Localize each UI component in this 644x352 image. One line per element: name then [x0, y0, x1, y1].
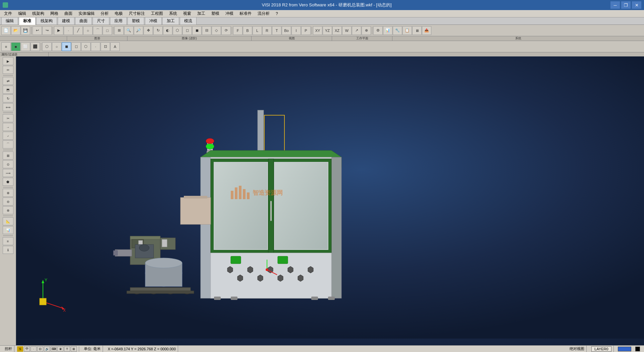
menu-file[interactable]: 文件	[1, 10, 15, 17]
btn-line[interactable]: ╱	[73, 26, 83, 35]
btn-shape-surface[interactable]: ◻	[71, 42, 81, 51]
sidebar-btn-cut[interactable]: ⊖	[3, 197, 13, 206]
sidebar-btn-prop[interactable]: ℹ	[3, 246, 13, 254]
tab-apply[interactable]: 应用	[110, 17, 127, 25]
sidebar-btn-extend[interactable]: →	[3, 123, 13, 131]
menu-help[interactable]: ?	[273, 11, 281, 16]
menu-electrode[interactable]: 电极	[112, 10, 125, 17]
menu-wireframe[interactable]: 线架构	[30, 10, 47, 17]
sidebar-btn-rotate[interactable]: ↻	[3, 94, 13, 102]
sidebar-btn-trim[interactable]: ✂	[3, 114, 13, 122]
sidebar-btn-fillet[interactable]: ⌒	[3, 140, 13, 148]
tab-standard[interactable]: 标准	[19, 17, 36, 25]
status-icon-1[interactable]: 中	[24, 346, 30, 352]
btn-wp1[interactable]: XY	[313, 26, 322, 35]
btn-filter2[interactable]: ⬛	[31, 42, 40, 51]
btn-shade[interactable]: ◐	[163, 26, 172, 35]
sidebar-btn-analysis[interactable]: 📊	[3, 226, 13, 234]
btn-sys5[interactable]: 🖥	[412, 26, 422, 35]
btn-zoom-out[interactable]: 🔎	[134, 26, 143, 35]
btn-circle[interactable]: ○	[83, 26, 93, 35]
btn-select[interactable]: ▶	[54, 26, 63, 35]
btn-section[interactable]: ⊟	[202, 26, 211, 35]
sidebar-btn-break[interactable]: ⌿	[3, 132, 13, 140]
status-icon-6[interactable]: 🖥	[57, 346, 63, 352]
menu-die[interactable]: 冲模	[223, 10, 236, 17]
status-color-box[interactable]	[618, 347, 631, 351]
sidebar-btn-boolean[interactable]: ⊕	[3, 189, 13, 197]
close-button[interactable]: ✕	[632, 1, 641, 9]
restore-button[interactable]: ❐	[621, 1, 631, 9]
tab-plastic-mold[interactable]: 塑模	[127, 17, 144, 25]
status-icon-s[interactable]: S	[17, 346, 23, 352]
menu-machining[interactable]: 加工	[195, 10, 208, 17]
menu-standard[interactable]: 标准件	[237, 10, 254, 17]
btn-perspective[interactable]: P	[301, 26, 311, 35]
btn-point[interactable]: ·	[64, 26, 73, 35]
btn-sys4[interactable]: 📋	[402, 26, 412, 35]
btn-wp4[interactable]: W	[342, 26, 352, 35]
menu-window[interactable]: 视窗	[180, 10, 194, 17]
btn-shape-wire[interactable]: ⬡	[81, 42, 91, 51]
sidebar-btn-select[interactable]: ▶	[3, 57, 13, 65]
btn-sys2[interactable]: 📊	[383, 26, 392, 35]
btn-wp2[interactable]: YZ	[323, 26, 332, 35]
btn-rect[interactable]: □	[103, 26, 112, 35]
sidebar-btn-extrude[interactable]: ⊠	[3, 151, 13, 160]
tab-surface[interactable]: 曲面	[75, 17, 92, 25]
btn-iso[interactable]: ◇	[212, 26, 221, 35]
sidebar-btn-move[interactable]: ⇄	[3, 77, 13, 85]
menu-grid[interactable]: 网格	[48, 10, 61, 17]
tab-machining[interactable]: 加工	[162, 17, 179, 25]
tab-modeling[interactable]: 建模	[58, 17, 74, 25]
btn-front[interactable]: F	[233, 26, 243, 35]
status-icon-3[interactable]: ⊡	[37, 346, 43, 352]
btn-right[interactable]: R	[262, 26, 272, 35]
btn-wp6[interactable]: ⊕	[362, 26, 371, 35]
sidebar-btn-revolve[interactable]: ⊙	[3, 160, 13, 168]
btn-pan[interactable]: ✥	[144, 26, 153, 35]
menu-mold[interactable]: 塑模	[209, 10, 222, 17]
menu-system[interactable]: 系统	[166, 10, 180, 17]
btn-open[interactable]: 📂	[11, 26, 20, 35]
btn-shape-pt[interactable]: ·	[91, 42, 100, 51]
btn-shape-solid[interactable]: ◼	[62, 42, 71, 51]
btn-shape-sphere[interactable]: ○	[52, 42, 61, 51]
btn-filter1[interactable]: ⬜	[21, 42, 30, 51]
btn-sys3[interactable]: 🔧	[393, 26, 402, 35]
btn-redo[interactable]: ↪	[42, 26, 52, 35]
status-icon-4[interactable]: 🔊	[44, 346, 50, 352]
btn-rotate[interactable]: ↻	[153, 26, 163, 35]
btn-render[interactable]: ◼	[192, 26, 202, 35]
menu-dimension[interactable]: 尺寸标注	[126, 10, 148, 17]
sidebar-btn-copy[interactable]: ⬒	[3, 86, 13, 94]
btn-color[interactable]: ■	[11, 42, 20, 51]
btn-dyn[interactable]: ⟳	[221, 26, 231, 35]
btn-undo[interactable]: ↩	[33, 26, 42, 35]
menu-drawing[interactable]: 工程图	[148, 10, 166, 17]
status-icon-2[interactable]: ·	[31, 346, 37, 352]
status-icon-8[interactable]: ⊞	[71, 346, 77, 352]
sidebar-btn-sketch[interactable]: ✏	[3, 66, 13, 74]
status-color-black[interactable]	[635, 347, 640, 351]
btn-save[interactable]: 💾	[21, 26, 30, 35]
sidebar-btn-mirror[interactable]: ⟺	[3, 103, 13, 111]
tab-wireframe[interactable]: 线架构	[36, 17, 57, 25]
btn-layer[interactable]: ≡	[1, 42, 11, 51]
btn-back[interactable]: B	[243, 26, 252, 35]
sidebar-btn-layer-mgr[interactable]: ≡	[3, 237, 13, 245]
tab-edit[interactable]: 编辑	[1, 17, 18, 25]
btn-iso-view[interactable]: I	[291, 26, 301, 35]
status-icon-5[interactable]: ⌨	[51, 346, 57, 352]
status-icon-7[interactable]: T	[64, 346, 70, 352]
sidebar-btn-measure[interactable]: 📐	[3, 217, 13, 225]
btn-wp5[interactable]: ↗	[352, 26, 361, 35]
tab-punch-mold[interactable]: 冲模	[145, 17, 162, 25]
btn-sys1[interactable]: ⚙	[373, 26, 383, 35]
btn-new[interactable]: 📄	[1, 26, 11, 35]
btn-top[interactable]: T	[272, 26, 281, 35]
tab-dimension[interactable]: 尺寸	[93, 17, 109, 25]
menu-solid-edit[interactable]: 实体编辑	[76, 10, 97, 17]
btn-hidden[interactable]: ◻	[182, 26, 192, 35]
btn-bottom[interactable]: Bo	[282, 26, 291, 35]
